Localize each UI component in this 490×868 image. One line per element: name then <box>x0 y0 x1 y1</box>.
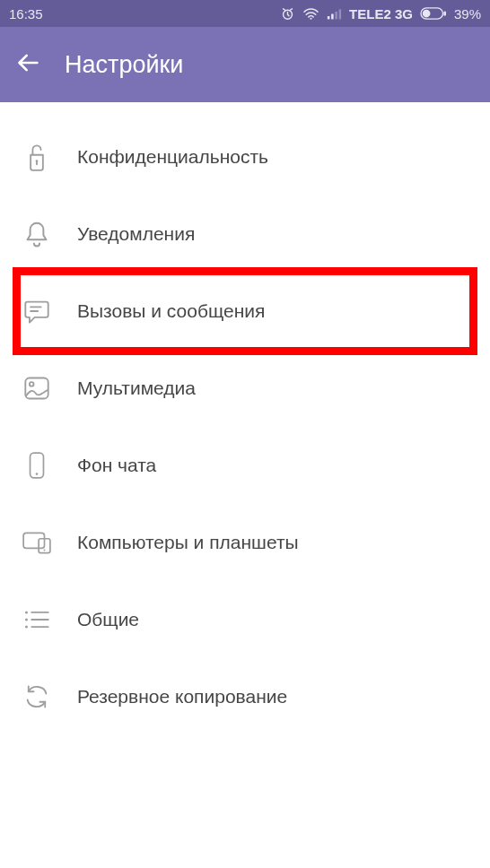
svg-point-13 <box>36 473 39 475</box>
status-carrier: TELE2 3G <box>349 6 413 22</box>
sync-icon <box>20 684 54 709</box>
list-icon <box>20 609 54 630</box>
status-time: 16:35 <box>9 6 43 22</box>
alarm-icon <box>280 6 295 22</box>
settings-row-label: Мультимедиа <box>77 378 196 399</box>
settings-row-chat-background[interactable]: Фон чата <box>0 427 490 504</box>
settings-row-label: Компьютеры и планшеты <box>77 532 299 553</box>
status-right: TELE2 3G 39% <box>280 6 481 22</box>
signal-icon <box>327 7 342 21</box>
media-icon <box>20 376 54 401</box>
svg-rect-4 <box>335 11 337 19</box>
svg-point-19 <box>25 626 28 629</box>
bell-icon <box>20 220 54 248</box>
chat-icon <box>20 298 54 325</box>
svg-rect-2 <box>328 16 330 19</box>
svg-point-16 <box>44 550 46 551</box>
settings-list: Конфиденциальность Уведомления Вызовы и … <box>0 102 490 735</box>
wifi-icon <box>302 7 319 21</box>
devices-icon <box>20 530 54 555</box>
status-bar: 16:35 TELE2 3G 39% <box>0 0 490 27</box>
svg-point-1 <box>311 17 312 19</box>
status-battery: 39% <box>454 6 481 22</box>
settings-row-multimedia[interactable]: Мультимедиа <box>0 350 490 427</box>
settings-row-label: Уведомления <box>77 223 195 245</box>
settings-row-label: Вызовы и сообщения <box>77 300 265 322</box>
svg-point-18 <box>25 619 28 621</box>
settings-row-devices[interactable]: Компьютеры и планшеты <box>0 504 490 581</box>
svg-point-11 <box>30 382 34 386</box>
back-button[interactable] <box>16 50 41 79</box>
settings-row-label: Фон чата <box>77 455 156 476</box>
lock-icon <box>20 143 54 171</box>
phone-icon <box>20 451 54 480</box>
settings-row-notifications[interactable]: Уведомления <box>0 195 490 273</box>
settings-row-privacy[interactable]: Конфиденциальность <box>0 118 490 195</box>
svg-rect-5 <box>339 9 342 19</box>
settings-row-calls-messages[interactable]: Вызовы и сообщения <box>0 273 490 350</box>
settings-row-label: Общие <box>77 609 139 630</box>
page-title: Настройки <box>65 51 183 79</box>
svg-rect-10 <box>25 378 48 398</box>
settings-row-backup[interactable]: Резервное копирование <box>0 658 490 735</box>
settings-row-general[interactable]: Общие <box>0 581 490 658</box>
settings-row-label: Конфиденциальность <box>77 146 268 168</box>
svg-rect-3 <box>331 13 334 19</box>
svg-rect-14 <box>23 533 44 548</box>
app-bar: Настройки <box>0 27 490 102</box>
battery-icon <box>420 7 447 20</box>
svg-point-17 <box>25 611 28 613</box>
settings-row-label: Резервное копирование <box>77 686 287 707</box>
svg-rect-7 <box>423 10 431 18</box>
svg-rect-8 <box>443 11 446 15</box>
